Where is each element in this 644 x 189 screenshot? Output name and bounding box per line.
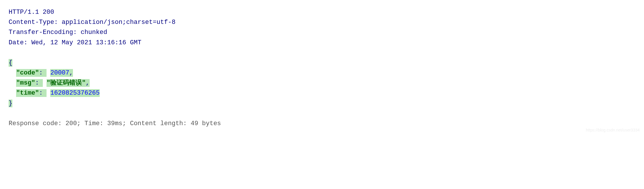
header-value: Wed, 12 May 2021 13:16:16 GMT xyxy=(31,39,141,46)
header-transfer-encoding: Transfer-Encoding: chunked xyxy=(9,27,635,37)
header-label: Content-Type: xyxy=(9,19,62,26)
json-colon: : xyxy=(39,69,47,77)
header-value: chunked xyxy=(81,29,107,36)
blank-line xyxy=(9,48,635,58)
header-label: Transfer-Encoding: xyxy=(9,29,81,36)
json-key-time: "time" xyxy=(16,89,39,97)
json-value-code: 20007 xyxy=(50,69,69,77)
json-comma: , xyxy=(86,79,89,87)
json-colon: : xyxy=(35,79,43,87)
json-value-msg: "验证码错误" xyxy=(47,79,86,87)
json-open-brace: { xyxy=(9,59,12,66)
http-status-line: HTTP/1.1 200 xyxy=(9,7,635,17)
header-value: application/json;charset=utf-8 xyxy=(62,19,176,26)
json-value-time: 1620825376265 xyxy=(50,89,100,97)
json-colon: : xyxy=(39,89,47,97)
header-content-type: Content-Type: application/json;charset=u… xyxy=(9,17,635,27)
json-key-code: "code" xyxy=(16,69,39,77)
response-summary: Response code: 200; Time: 39ms; Content … xyxy=(9,119,635,129)
header-label: Date: xyxy=(9,39,31,46)
watermark: https://blog.csdn.net/user3334 xyxy=(586,127,640,133)
json-key-msg: "msg" xyxy=(16,79,35,87)
json-close-brace: } xyxy=(9,100,12,107)
json-comma: , xyxy=(69,69,73,77)
json-body: { "code": 20007, "msg": "验证码错误", "time":… xyxy=(9,58,635,108)
header-date: Date: Wed, 12 May 2021 13:16:16 GMT xyxy=(9,38,635,48)
